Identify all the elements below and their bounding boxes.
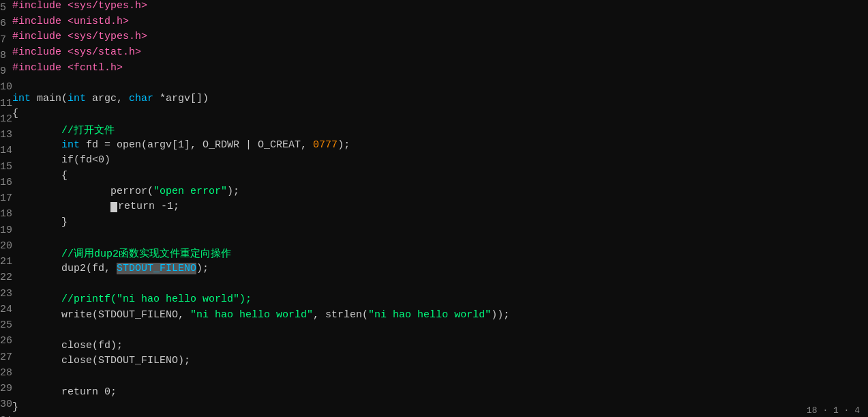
- line-number: 11: [0, 96, 12, 111]
- line-number: 29: [0, 381, 12, 397]
- line-number: 27: [0, 349, 12, 365]
- code-token: #include: [12, 0, 61, 12]
- code-token: {: [12, 170, 68, 182]
- code-token: );: [338, 139, 350, 151]
- code-token: //调用dup2函数实现文件重定向操作: [12, 248, 231, 260]
- code-line: //printf("ni hao hello world");: [12, 293, 868, 309]
- code-token: }: [12, 216, 68, 228]
- code-line: int fd = open(argv[1], O_RDWR | O_CREAT,…: [12, 139, 868, 155]
- code-token: <sys/types.h>: [61, 31, 147, 42]
- code-token: );: [239, 293, 252, 305]
- status-bar: 18 · 1 · 4: [798, 404, 868, 417]
- code-line: #include <sys/types.h>: [12, 0, 868, 16]
- code-line: perror("open error");: [12, 186, 868, 201]
- line-numbers: 5678910111213141516171819202122232425262…: [0, 0, 12, 417]
- code-token: close(fd);: [12, 340, 123, 351]
- code-token: }: [12, 401, 18, 413]
- code-line: [12, 371, 868, 386]
- code-token: <unistd.h>: [61, 16, 129, 27]
- code-line: #include <fcntl.h>: [12, 62, 868, 78]
- code-line: if(fd<0): [12, 154, 868, 170]
- line-number: 28: [0, 365, 12, 381]
- highlighted-token: STDOUT_FILENO: [117, 263, 196, 274]
- line-number: 8: [0, 48, 12, 63]
- code-token: {: [12, 108, 18, 119]
- code-token: return -1;: [118, 201, 179, 212]
- code-token: close(STDOUT_FILENO);: [12, 355, 190, 366]
- code-line: [12, 231, 868, 247]
- line-number: 7: [0, 32, 12, 48]
- line-number: 30: [0, 397, 12, 412]
- line-number: 9: [0, 63, 12, 79]
- code-line: //调用dup2函数实现文件重定向操作: [12, 247, 868, 263]
- code-token: if(fd<0): [12, 154, 110, 166]
- line-number: 15: [0, 159, 12, 175]
- line-number: 21: [0, 254, 12, 270]
- code-token: [12, 201, 110, 212]
- line-number: 24: [0, 302, 12, 317]
- code-line: #include <sys/stat.h>: [12, 46, 868, 62]
- code-token: [12, 139, 61, 151]
- code-token: char: [129, 93, 153, 104]
- line-number: 16: [0, 175, 12, 190]
- code-token: #include: [12, 31, 61, 42]
- code-token: return 0;: [12, 386, 117, 398]
- code-token: "open error": [153, 186, 227, 197]
- line-number: 13: [0, 127, 12, 143]
- code-token: <sys/stat.h>: [61, 46, 141, 58]
- line-number: 20: [0, 238, 12, 254]
- code-token: argc,: [86, 93, 129, 104]
- code-editor[interactable]: 5678910111213141516171819202122232425262…: [0, 0, 868, 417]
- line-number: 19: [0, 222, 12, 238]
- code-token: 0777: [313, 139, 338, 151]
- code-line: }: [12, 216, 868, 232]
- code-token: );: [227, 186, 239, 197]
- code-line: [12, 77, 868, 93]
- line-number: 6: [0, 16, 12, 31]
- code-line: {: [12, 108, 868, 124]
- code-token: , strlen(: [313, 309, 368, 321]
- code-token: write(STDOUT_FILENO,: [12, 309, 190, 321]
- code-token: main(: [31, 93, 68, 104]
- line-number: 25: [0, 317, 12, 333]
- text-cursor: [110, 202, 117, 212]
- code-line: }: [12, 401, 868, 417]
- code-line: #include <unistd.h>: [12, 16, 868, 31]
- code-line: //打开文件: [12, 124, 868, 139]
- code-line: return -1;: [12, 201, 868, 216]
- code-token: );: [196, 263, 209, 274]
- code-token: "ni hao hello world": [190, 309, 313, 321]
- code-line: dup2(fd, STDOUT_FILENO);: [12, 263, 868, 278]
- code-token: <sys/types.h>: [61, 0, 147, 12]
- code-token: "ni hao hello world": [117, 293, 239, 305]
- code-line: close(fd);: [12, 340, 868, 356]
- line-number: 10: [0, 79, 12, 95]
- code-line: close(STDOUT_FILENO);: [12, 355, 868, 371]
- code-token: #include: [12, 62, 61, 74]
- line-number: 31: [0, 413, 12, 418]
- code-token: "ni hao hello world": [368, 309, 491, 321]
- code-line: write(STDOUT_FILENO, "ni hao hello world…: [12, 309, 868, 325]
- code-line: return 0;: [12, 386, 868, 402]
- code-line: [12, 278, 868, 293]
- code-token: dup2(fd,: [12, 263, 117, 274]
- line-number: 14: [0, 143, 12, 158]
- code-token: ));: [491, 309, 509, 321]
- code-content[interactable]: #include <sys/types.h>#include <unistd.h…: [12, 0, 868, 417]
- code-token: //printf(: [12, 293, 117, 305]
- code-token: perror(: [12, 186, 153, 197]
- code-line: {: [12, 170, 868, 186]
- code-line: #include <sys/types.h>: [12, 31, 868, 46]
- code-token: fd = open(argv[1], O_RDWR | O_CREAT,: [80, 139, 313, 151]
- code-token: int: [68, 93, 86, 104]
- code-token: *argv[]): [153, 93, 209, 104]
- code-token: <fcntl.h>: [61, 62, 123, 74]
- code-line: [12, 324, 868, 340]
- line-number: 23: [0, 286, 12, 302]
- code-token: int: [61, 139, 80, 151]
- code-line: int main(int argc, char *argv[]): [12, 93, 868, 109]
- code-token: #include: [12, 46, 61, 58]
- code-token: #include: [12, 16, 61, 27]
- code-token: int: [12, 93, 31, 104]
- line-number: 12: [0, 111, 12, 127]
